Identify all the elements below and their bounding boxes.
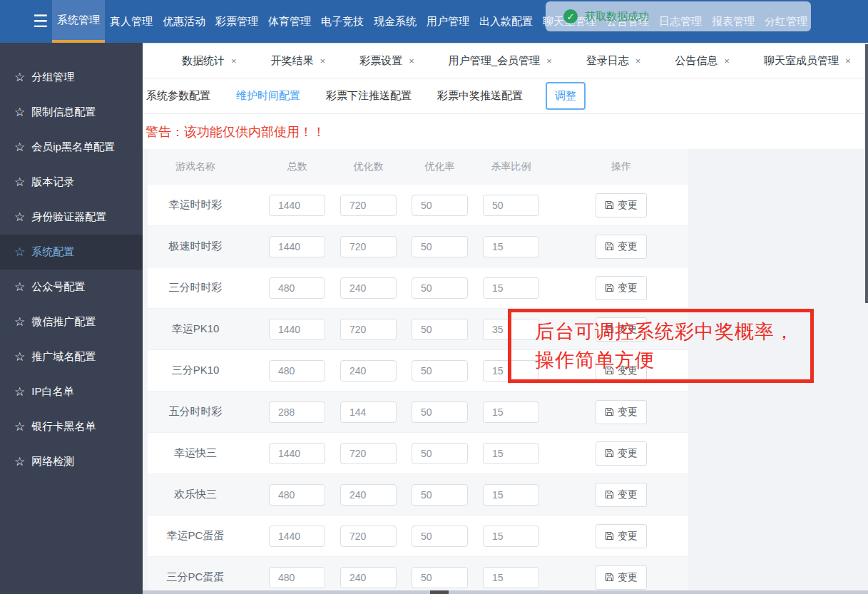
rate-input[interactable] bbox=[412, 526, 468, 547]
total-cell bbox=[269, 484, 340, 506]
change-button[interactable]: 变更 bbox=[596, 565, 647, 590]
rate-input[interactable] bbox=[412, 195, 468, 216]
horizontal-scrollbar-track[interactable] bbox=[143, 590, 868, 594]
tab[interactable]: 彩票设置× bbox=[352, 54, 422, 68]
change-button[interactable]: 变更 bbox=[596, 235, 647, 259]
optimized-input[interactable] bbox=[340, 443, 397, 464]
hamburger-menu-icon[interactable]: ☰ bbox=[33, 11, 48, 32]
total-input[interactable] bbox=[269, 195, 325, 216]
change-button[interactable]: 变更 bbox=[596, 441, 647, 466]
star-icon: ☆ bbox=[14, 105, 25, 120]
tab-close-icon[interactable]: × bbox=[320, 56, 326, 66]
sidebar-item[interactable]: ☆限制信息配置 bbox=[0, 95, 143, 130]
sidebar-item[interactable]: ☆版本记录 bbox=[0, 165, 143, 200]
tab-close-icon[interactable]: × bbox=[546, 56, 552, 66]
optimized-input[interactable] bbox=[340, 195, 397, 216]
optimized-input[interactable] bbox=[340, 526, 397, 547]
sidebar-item[interactable]: ☆公众号配置 bbox=[0, 270, 143, 304]
tab-close-icon[interactable]: × bbox=[231, 56, 237, 66]
optimized-input[interactable] bbox=[340, 277, 397, 299]
kill-input[interactable] bbox=[483, 401, 539, 423]
total-input[interactable] bbox=[269, 236, 325, 257]
total-input[interactable] bbox=[269, 443, 325, 464]
kill-input[interactable] bbox=[483, 195, 539, 216]
vertical-scrollbar-thumb[interactable] bbox=[865, 44, 868, 303]
kill-input[interactable] bbox=[483, 443, 539, 464]
change-button[interactable]: 变更 bbox=[596, 193, 647, 217]
total-input[interactable] bbox=[269, 277, 325, 299]
subtab[interactable]: 维护时间配置 bbox=[236, 89, 300, 103]
kill-input[interactable] bbox=[483, 236, 539, 257]
toast-close-icon[interactable]: ✕ bbox=[765, 11, 774, 21]
change-button[interactable]: 变更 bbox=[596, 483, 647, 507]
subtab[interactable]: 彩票下注推送配置 bbox=[326, 89, 412, 103]
kill-input[interactable] bbox=[483, 484, 539, 506]
optimized-input[interactable] bbox=[340, 567, 397, 588]
kill-input[interactable] bbox=[483, 567, 539, 588]
rate-input[interactable] bbox=[412, 443, 468, 464]
kill-input[interactable] bbox=[483, 526, 539, 547]
total-input[interactable] bbox=[269, 567, 325, 588]
nav-item[interactable]: 用户管理 bbox=[422, 0, 474, 43]
nav-item[interactable]: 彩票管理 bbox=[210, 0, 263, 43]
sidebar-item[interactable]: ☆系统配置 bbox=[0, 235, 143, 270]
kill-input[interactable] bbox=[483, 277, 539, 299]
rate-input[interactable] bbox=[412, 236, 468, 257]
rate-input[interactable] bbox=[412, 277, 468, 299]
horizontal-scrollbar-thumb[interactable] bbox=[430, 590, 449, 594]
optimized-input[interactable] bbox=[340, 236, 397, 257]
sidebar-item[interactable]: ☆会员ip黑名单配置 bbox=[0, 130, 143, 165]
tab-close-icon[interactable]: × bbox=[845, 56, 851, 66]
optimized-input[interactable] bbox=[340, 319, 397, 340]
nav-item[interactable]: 系统管理 bbox=[52, 0, 105, 43]
rate-input[interactable] bbox=[412, 360, 468, 382]
game-name: 幸运PC蛋蛋 bbox=[148, 529, 269, 543]
open-tabs-bar: 数据统计×开奖结果×彩票设置×用户管理_会员管理×登录日志×公告信息×聊天室成员… bbox=[143, 43, 868, 78]
subtab[interactable]: 调整 bbox=[546, 82, 586, 110]
tab[interactable]: 聊天室成员管理× bbox=[757, 54, 858, 68]
nav-item[interactable]: 现金系统 bbox=[369, 0, 422, 43]
rate-cell bbox=[412, 401, 483, 423]
sidebar-item[interactable]: ☆网络检测 bbox=[0, 444, 143, 479]
total-input[interactable] bbox=[269, 319, 325, 340]
table-row: 幸运PC蛋蛋变更 bbox=[148, 516, 688, 557]
change-button[interactable]: 变更 bbox=[596, 400, 647, 424]
rate-input[interactable] bbox=[412, 484, 468, 506]
nav-item[interactable]: 体育管理 bbox=[263, 0, 316, 43]
optimized-cell bbox=[340, 567, 412, 588]
table-row: 欢乐快三变更 bbox=[148, 474, 688, 516]
tab[interactable]: 登录日志× bbox=[579, 54, 648, 68]
nav-item[interactable]: 优惠活动 bbox=[158, 0, 210, 43]
sidebar-item[interactable]: ☆推广域名配置 bbox=[0, 339, 143, 374]
change-button[interactable]: 变更 bbox=[596, 276, 647, 300]
total-input[interactable] bbox=[269, 526, 325, 547]
total-input[interactable] bbox=[269, 484, 325, 506]
optimized-input[interactable] bbox=[340, 401, 397, 423]
nav-item[interactable]: 真人管理 bbox=[105, 0, 158, 43]
sidebar-item[interactable]: ☆IP白名单 bbox=[0, 374, 143, 409]
total-input[interactable] bbox=[269, 360, 325, 382]
tab-close-icon[interactable]: × bbox=[409, 56, 414, 66]
change-button[interactable]: 变更 bbox=[596, 524, 647, 548]
rate-input[interactable] bbox=[412, 567, 468, 588]
sidebar-item[interactable]: ☆银行卡黑名单 bbox=[0, 409, 143, 444]
sidebar-item[interactable]: ☆分组管理 bbox=[0, 60, 143, 95]
table-row: 幸运快三变更 bbox=[148, 433, 688, 474]
tab[interactable]: 用户管理_会员管理× bbox=[441, 54, 559, 68]
nav-item[interactable]: 电子竞技 bbox=[316, 0, 369, 43]
total-input[interactable] bbox=[269, 401, 325, 423]
optimized-input[interactable] bbox=[340, 484, 397, 506]
rate-input[interactable] bbox=[412, 319, 468, 340]
sidebar-item[interactable]: ☆身份验证器配置 bbox=[0, 200, 143, 235]
tab-close-icon[interactable]: × bbox=[635, 56, 641, 66]
optimized-input[interactable] bbox=[340, 360, 397, 382]
tab[interactable]: 开奖结果× bbox=[264, 54, 333, 68]
tab[interactable]: 数据统计× bbox=[175, 54, 244, 68]
tab-close-icon[interactable]: × bbox=[724, 56, 730, 66]
sidebar-item[interactable]: ☆微信推广配置 bbox=[0, 304, 143, 339]
rate-input[interactable] bbox=[412, 401, 468, 423]
nav-item[interactable]: 出入款配置 bbox=[474, 0, 538, 43]
subtab[interactable]: 系统参数配置 bbox=[146, 89, 210, 103]
tab[interactable]: 公告信息× bbox=[668, 54, 737, 68]
subtab[interactable]: 彩票中奖推送配置 bbox=[437, 89, 523, 103]
